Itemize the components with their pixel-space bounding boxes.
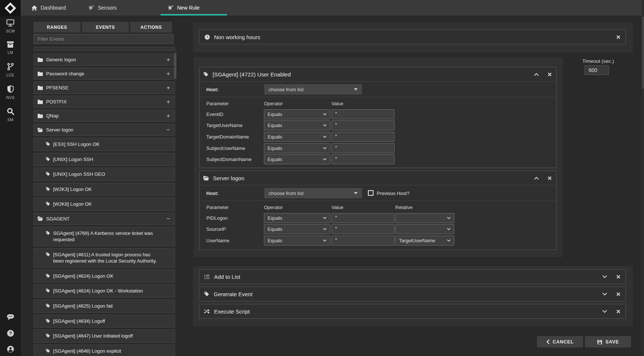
add-icon[interactable]: + xyxy=(166,71,170,76)
operator-select[interactable]: Equals xyxy=(264,213,330,223)
sidebar-item-scm[interactable]: SCM xyxy=(0,19,21,33)
tree-row-partial[interactable] xyxy=(34,47,174,51)
add-icon[interactable]: + xyxy=(166,57,170,62)
chevron-up-icon[interactable] xyxy=(534,73,539,76)
chevron-down-icon[interactable] xyxy=(602,292,607,296)
tree-event-row[interactable]: [W2K3] Logon OK xyxy=(34,183,174,196)
value-input[interactable]: * xyxy=(331,120,395,130)
operator-select[interactable]: Equals xyxy=(264,143,330,153)
tree-folder-row[interactable]: Password change + xyxy=(34,68,174,80)
operator-select[interactable]: Equals xyxy=(264,154,330,164)
filter-events-input[interactable] xyxy=(34,34,173,44)
relative-select[interactable] xyxy=(395,224,454,234)
tree-folder-row[interactable]: SGAGENT − xyxy=(34,213,174,225)
tab-events[interactable]: EVENTS xyxy=(82,22,129,32)
value-input[interactable]: * xyxy=(331,109,395,119)
tab-actions[interactable]: ACTIONS xyxy=(130,22,172,32)
tab-sensors[interactable]: Sensors xyxy=(88,0,117,16)
tag-icon xyxy=(204,291,209,297)
tree-event-row[interactable]: [ESX] SSH Logon OK xyxy=(34,138,174,151)
tree-event-row[interactable]: [UNIX] Logon SSH xyxy=(34,153,174,166)
timeout-input[interactable] xyxy=(585,65,609,75)
close-icon[interactable] xyxy=(616,292,620,296)
value-input[interactable]: * xyxy=(331,224,395,234)
close-icon[interactable] xyxy=(548,72,552,76)
sidebar-account-button[interactable] xyxy=(0,345,21,353)
value-input[interactable]: * xyxy=(331,143,395,153)
tree-scrollbar[interactable] xyxy=(174,47,176,356)
operator-value: Equals xyxy=(268,123,282,128)
tab-dashboard[interactable]: Dashboard xyxy=(31,0,66,16)
host-select[interactable]: choose from list xyxy=(264,84,362,95)
value-text: * xyxy=(335,133,337,139)
relative-select[interactable] xyxy=(395,213,454,223)
cancel-button[interactable]: CANCEL xyxy=(537,336,583,348)
add-icon[interactable]: + xyxy=(166,99,170,104)
close-icon[interactable] xyxy=(616,275,620,279)
tree-event-row[interactable]: [SGAgent] (4624) Logon OK xyxy=(34,270,174,283)
operator-select[interactable]: Equals xyxy=(264,236,330,246)
tree-folder-row[interactable]: POSTFIX + xyxy=(34,96,174,108)
value-input[interactable]: * xyxy=(331,213,395,223)
value-input[interactable]: * xyxy=(331,132,395,142)
tree-label: [W2K8] Logon OK xyxy=(53,201,92,208)
host-select[interactable]: choose from list xyxy=(264,188,362,198)
tree-event-row[interactable]: SGAgent] (4769) A Kerberos service ticke… xyxy=(34,227,174,246)
close-icon[interactable] xyxy=(616,35,620,39)
sidebar-item-lm[interactable]: LM xyxy=(0,41,21,55)
diamond-logo-icon xyxy=(4,2,16,14)
app-logo[interactable] xyxy=(0,0,21,16)
remove-icon[interactable]: − xyxy=(166,216,170,221)
save-button[interactable]: SAVE xyxy=(585,336,631,348)
operator-select[interactable]: Equals xyxy=(264,132,330,142)
tree-event-row[interactable]: [SGAgent] (4647) User initiated logoff xyxy=(34,329,174,343)
value-input[interactable]: * xyxy=(331,154,395,164)
previous-host-checkbox[interactable] xyxy=(368,190,373,196)
events-container: [SGAgent] (4722) User Enabled Host: choo… xyxy=(194,57,563,257)
tree-folder-row[interactable]: QNap + xyxy=(34,110,174,122)
sidebar-item-label: SM xyxy=(7,117,13,122)
tab-new-rule[interactable]: New Rule xyxy=(167,0,200,16)
close-icon[interactable] xyxy=(616,309,620,314)
tree-label: SGAGENT xyxy=(46,216,163,222)
event-card-header: [SGAgent] (4722) User Enabled xyxy=(200,67,556,82)
sidebar-help-button[interactable]: ? xyxy=(0,329,21,337)
tab-label: EVENTS xyxy=(96,25,115,30)
user-icon xyxy=(7,345,14,353)
chevron-up-icon[interactable] xyxy=(534,177,539,180)
tree-event-row[interactable]: [W2K8] Logon OK xyxy=(34,198,174,211)
page-scrollbar[interactable] xyxy=(642,0,644,356)
sidebar-item-lce[interactable]: LCE xyxy=(0,63,21,77)
host-row: Host: choose from list xyxy=(200,82,556,97)
tree-event-row[interactable]: [SGAgent] (4624) Logon OK - Workstation xyxy=(34,284,174,298)
sidebar-item-nvs[interactable]: NVS xyxy=(0,85,21,100)
relative-select[interactable]: TargetUserName xyxy=(395,236,454,246)
tree-folder-row[interactable]: PFSENSE + xyxy=(34,82,174,94)
operator-select[interactable]: Equals xyxy=(264,120,330,130)
tree-event-row[interactable]: [SGAgent] (4634) Logoff xyxy=(34,315,174,328)
top-navbar: Dashboard Sensors New Rule xyxy=(21,0,644,16)
add-icon[interactable]: + xyxy=(166,85,170,90)
tree-event-row[interactable]: [SGAgent] (4625) Logon fail xyxy=(34,299,174,313)
value-input[interactable]: * xyxy=(331,236,395,246)
tree-scrollbar-thumb[interactable] xyxy=(174,53,176,79)
tree-event-row[interactable]: [SGAgent] (4611) A trusted logon process… xyxy=(34,248,174,268)
tab-label: Dashboard xyxy=(41,5,66,11)
sidebar-chat-button[interactable] xyxy=(0,314,21,321)
close-icon[interactable] xyxy=(548,176,552,180)
tree-folder-row[interactable]: Generic logon + xyxy=(34,54,174,66)
tree-folder-row[interactable]: Server logon − xyxy=(34,124,174,136)
add-icon[interactable]: + xyxy=(166,113,170,118)
tab-ranges[interactable]: RANGES xyxy=(34,22,80,32)
tree-event-row[interactable]: [UNIX] Logon SSH GEO xyxy=(34,168,174,181)
operator-value: Equals xyxy=(268,226,282,232)
chevron-down-icon[interactable] xyxy=(602,310,607,313)
operator-select[interactable]: Equals xyxy=(264,224,330,234)
tree-event-row[interactable]: [SGAgent] (4648) Logon explicit xyxy=(34,345,174,356)
operator-select[interactable]: Equals xyxy=(264,109,330,119)
sidebar-item-sm[interactable]: SM xyxy=(0,107,21,122)
chevron-down-icon[interactable] xyxy=(602,275,607,278)
remove-icon[interactable]: − xyxy=(166,127,170,132)
tab-label: RANGES xyxy=(47,25,67,30)
page-scrollbar-thumb[interactable] xyxy=(642,17,644,89)
